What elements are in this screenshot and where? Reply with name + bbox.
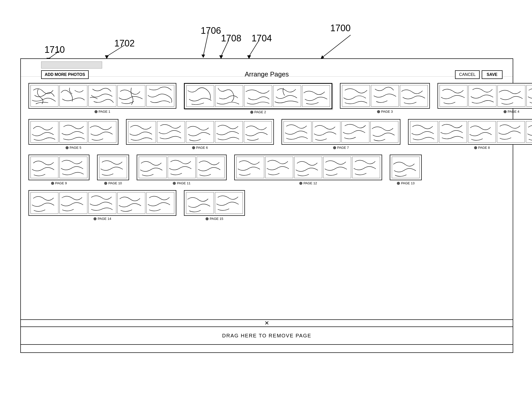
progress-bar [41,61,102,69]
page-thumb[interactable] [244,85,272,107]
page-thumb[interactable] [88,192,116,214]
page-group-inner-7 [281,119,400,145]
page-thumb[interactable] [352,157,380,178]
page-thumb[interactable] [371,85,399,107]
page-group-8: PAGE 8 [408,119,532,150]
page-thumb[interactable] [392,157,420,178]
page-label-text: PAGE 14 [98,217,111,221]
page-thumb[interactable] [30,121,58,143]
page-thumb[interactable] [400,85,428,107]
page-thumb[interactable] [88,121,116,143]
page-thumb[interactable] [186,121,214,143]
page-group-inner-8 [408,119,532,145]
page-thumb[interactable] [265,157,293,178]
page-dot [51,182,54,185]
page-thumb[interactable] [312,121,340,143]
page-dot [93,217,97,220]
drag-remove-zone[interactable]: DRAG HERE TO REMOVE PAGE [21,327,513,345]
page-thumb[interactable] [215,192,243,214]
page-thumb[interactable] [59,192,87,214]
page-group-inner-15 [184,190,245,216]
label-1702: 1702 [114,38,135,49]
page-thumb[interactable] [197,157,225,178]
page-group-5: PAGE 5 [28,119,118,150]
page-thumb[interactable] [168,157,196,178]
page-thumb[interactable] [439,121,467,143]
page-thumb[interactable] [410,121,438,143]
page-label-9: PAGE 9 [51,181,67,185]
page-thumb[interactable] [88,85,116,107]
page-thumb[interactable] [99,157,127,178]
drag-remove-container[interactable]: ✕ DRAG HERE TO REMOVE PAGE [21,319,513,352]
page-dot [377,110,380,113]
page-group-inner-9 [28,155,89,180]
page-label-11: PAGE 11 [173,181,190,185]
page-thumb[interactable] [526,121,532,143]
page-thumb[interactable] [128,121,156,143]
page-thumb[interactable] [497,121,525,143]
page-thumb[interactable] [468,121,496,143]
page-thumb[interactable] [146,85,174,107]
page-thumb[interactable] [342,85,370,107]
label-1704: 1704 [252,33,272,44]
page-group-3: PAGE 3 [340,83,430,113]
page-dot [333,146,336,149]
page-group-11: PAGE 11 [137,155,227,185]
page-thumb[interactable] [244,121,272,143]
page-thumb[interactable] [186,192,214,214]
page-thumb[interactable] [117,85,145,107]
page-group-inner-6 [126,119,274,145]
page-label-5: PAGE 5 [66,146,81,150]
page-thumb[interactable] [284,121,311,143]
page-group-15: PAGE 15 [184,190,245,221]
page-title: Arrange Pages [21,70,513,78]
page-group-inner-1 [28,83,176,109]
remove-x-icon: ✕ [264,320,269,326]
save-button[interactable]: SAVE [482,70,503,79]
annotation-arrows [0,0,532,63]
pages-area: PAGE 1 PAGE 2 [26,80,509,228]
page-thumb[interactable] [186,85,214,107]
page-thumb[interactable] [440,85,467,107]
page-label-3: PAGE 3 [377,110,393,113]
page-thumb[interactable] [497,85,525,107]
page-thumb[interactable] [59,121,87,143]
pages-row-3: PAGE 9 PAGE 10 [28,155,506,185]
page-thumb[interactable] [59,85,87,107]
page-thumb[interactable] [468,85,496,107]
page-group-14: PAGE 14 [28,190,176,221]
page-group-inner-3 [340,83,430,109]
page-thumb[interactable] [139,157,167,178]
page-thumb[interactable] [323,157,351,178]
page-thumb[interactable] [215,85,243,107]
page-thumb[interactable] [215,121,243,143]
page-thumb[interactable] [370,121,398,143]
svg-line-0 [323,35,351,57]
page-group-inner-14 [28,190,176,216]
page-label-text: PAGE 6 [196,146,208,150]
page-thumb[interactable] [302,85,330,107]
page-thumb[interactable] [236,157,264,178]
page-thumb[interactable] [146,192,174,214]
page-dot [66,146,69,149]
page-thumb[interactable] [59,157,87,178]
page-thumb[interactable] [117,192,145,214]
cancel-button[interactable]: CANCEL [455,70,480,79]
page-thumb[interactable] [30,157,58,178]
page-label-7: PAGE 7 [333,146,349,150]
page-thumb[interactable] [341,121,369,143]
page-thumb[interactable] [294,157,322,178]
page-dot [299,182,302,185]
page-group-2: PAGE 2 [184,83,332,114]
page-group-inner-4 [437,83,532,109]
page-group-inner-13 [390,155,422,180]
page-thumb[interactable] [30,192,58,214]
top-bar: ADD MORE PHOTOS Arrange Pages CANCEL SAV… [21,59,513,77]
page-label-4: PAGE 4 [504,110,519,113]
page-dot [250,111,253,114]
page-thumb[interactable] [526,85,532,107]
page-label-13: PAGE 13 [397,181,414,185]
page-thumb[interactable] [157,121,185,143]
page-thumb[interactable] [273,85,301,107]
page-thumb[interactable] [30,85,58,107]
